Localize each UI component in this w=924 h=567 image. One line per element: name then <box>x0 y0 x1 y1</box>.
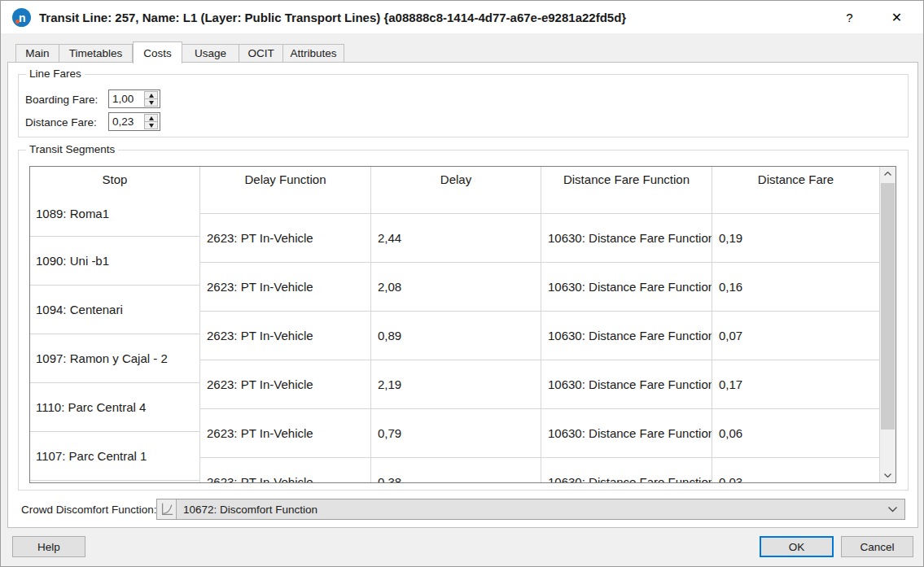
table-header-row: Delay Function Delay Distance Fare Funct… <box>200 167 880 214</box>
distance-fare-input[interactable] <box>109 113 143 130</box>
line-fares-group-title: Line Fares <box>26 68 85 80</box>
column-header-delay-function: Delay Function <box>200 167 371 213</box>
distance-fare-label: Distance Fare: <box>25 116 97 129</box>
crowd-discomfort-row: Crowd Discomfort Function: 10672: Discom… <box>8 499 919 521</box>
boarding-fare-down-icon[interactable] <box>144 99 158 107</box>
table-row[interactable]: 2623: PT In-Vehicle 0,38 10630: Distance… <box>200 458 880 482</box>
crowd-discomfort-label: Crowd Discomfort Function: <box>21 504 157 516</box>
function-curve-icon <box>157 499 177 519</box>
help-button[interactable]: Help <box>12 536 85 557</box>
distance-fare-cell[interactable]: 0,19 <box>712 214 880 263</box>
chevron-down-icon <box>888 507 897 512</box>
tab-timetables[interactable]: Timetables <box>59 44 133 63</box>
distance-fare-function-cell[interactable]: 10630: Distance Fare Function <box>541 360 712 409</box>
table-row[interactable]: 2623: PT In-Vehicle 0,89 10630: Distance… <box>200 312 880 360</box>
stop-cell[interactable]: 1089: Roma1 <box>30 191 199 237</box>
cancel-button[interactable]: Cancel <box>841 536 913 557</box>
scrollbar-track[interactable] <box>880 181 896 469</box>
boarding-fare-spinbox[interactable] <box>108 89 160 108</box>
column-header-delay: Delay <box>371 167 541 213</box>
distance-fare-cell[interactable]: 0,06 <box>712 409 880 458</box>
distance-fare-spinbox[interactable] <box>108 112 160 131</box>
delay-function-cell[interactable]: 2623: PT In-Vehicle <box>200 360 371 409</box>
distance-fare-function-cell[interactable]: 10630: Distance Fare Function <box>541 409 712 458</box>
ok-button[interactable]: OK <box>760 536 834 557</box>
tab-main[interactable]: Main <box>15 44 59 63</box>
distance-fare-cell[interactable]: 0,16 <box>712 263 880 312</box>
app-logo-icon: n <box>12 8 31 27</box>
window-title: Transit Line: 257, Name: L1 (Layer: Publ… <box>39 11 626 24</box>
crowd-discomfort-combobox[interactable]: 10672: Discomfort Function <box>156 499 905 520</box>
stop-cell[interactable]: 1110: Parc Central 4 <box>30 383 199 432</box>
close-icon[interactable]: ✕ <box>878 1 915 33</box>
delay-cell[interactable]: 2,19 <box>371 360 541 409</box>
distance-fare-up-icon[interactable] <box>144 114 158 122</box>
delay-function-cell[interactable]: 2623: PT In-Vehicle <box>200 214 371 263</box>
stop-cell[interactable]: 1094: Centenari <box>30 286 199 334</box>
boarding-fare-input[interactable] <box>109 90 143 107</box>
column-header-distance-fare: Distance Fare <box>712 167 880 213</box>
distance-fare-function-cell[interactable]: 10630: Distance Fare Function <box>541 214 712 263</box>
boarding-fare-up-icon[interactable] <box>144 91 158 99</box>
stop-cell[interactable]: 1090: Uni -b1 <box>30 237 199 286</box>
column-header-distance-fare-function: Distance Fare Function <box>541 167 712 213</box>
help-icon[interactable]: ? <box>831 1 868 33</box>
distance-fare-cell[interactable]: 0,17 <box>712 360 880 409</box>
distance-fare-cell[interactable]: 0,07 <box>712 312 880 360</box>
tab-costs[interactable]: Costs <box>133 41 182 63</box>
tab-ocit[interactable]: OCIT <box>239 44 283 63</box>
scroll-up-icon[interactable] <box>880 167 896 181</box>
scroll-down-icon[interactable] <box>880 469 896 482</box>
crowd-discomfort-value: 10672: Discomfort Function <box>183 504 888 516</box>
table-row[interactable]: 2623: PT In-Vehicle 2,44 10630: Distance… <box>200 214 880 263</box>
delay-function-cell[interactable]: 2623: PT In-Vehicle <box>200 458 371 482</box>
transit-line-dialog: n Transit Line: 257, Name: L1 (Layer: Pu… <box>0 0 924 567</box>
delay-function-cell[interactable]: 2623: PT In-Vehicle <box>200 312 371 360</box>
distance-fare-function-cell[interactable]: 10630: Distance Fare Function <box>541 312 712 360</box>
segment-columns: Delay Function Delay Distance Fare Funct… <box>200 167 880 482</box>
distance-fare-function-cell[interactable]: 10630: Distance Fare Function <box>541 458 712 482</box>
delay-function-cell[interactable]: 2623: PT In-Vehicle <box>200 263 371 312</box>
vertical-scrollbar[interactable] <box>880 167 896 482</box>
scrollbar-thumb[interactable] <box>881 183 895 430</box>
delay-cell[interactable]: 2,44 <box>371 214 541 263</box>
tab-usage[interactable]: Usage <box>182 44 239 63</box>
distance-fare-cell[interactable]: 0,03 <box>712 458 880 482</box>
stop-column: Stop 1089: Roma1 1090: Uni -b1 1094: Cen… <box>30 167 200 482</box>
transit-segments-group: Transit Segments Stop 1089: Roma1 1090: … <box>18 150 909 491</box>
delay-cell[interactable]: 0,38 <box>371 458 541 482</box>
delay-cell[interactable]: 0,89 <box>371 312 541 360</box>
boarding-fare-label: Boarding Fare: <box>25 94 98 106</box>
tab-attributes[interactable]: Attributes <box>283 44 344 63</box>
title-bar: n Transit Line: 257, Name: L1 (Layer: Pu… <box>1 1 923 33</box>
table-row[interactable]: 2623: PT In-Vehicle 2,19 10630: Distance… <box>200 360 880 409</box>
delay-cell[interactable]: 2,08 <box>371 263 541 312</box>
delay-function-cell[interactable]: 2623: PT In-Vehicle <box>200 409 371 458</box>
table-row[interactable]: 2623: PT In-Vehicle 0,79 10630: Distance… <box>200 409 880 458</box>
distance-fare-down-icon[interactable] <box>144 122 158 129</box>
stop-cell[interactable]: 1107: Parc Central 1 <box>30 432 199 481</box>
costs-tab-pane: Line Fares Boarding Fare: Distance Fare: <box>7 62 918 528</box>
table-row[interactable]: 2623: PT In-Vehicle 2,08 10630: Distance… <box>200 263 880 312</box>
distance-fare-function-cell[interactable]: 10630: Distance Fare Function <box>541 263 712 312</box>
line-fares-group: Line Fares Boarding Fare: Distance Fare: <box>18 74 909 137</box>
delay-cell[interactable]: 0,79 <box>371 409 541 458</box>
transit-segments-table: Stop 1089: Roma1 1090: Uni -b1 1094: Cen… <box>29 166 896 483</box>
stop-cell[interactable]: 1097: Ramon y Cajal - 2 <box>30 334 199 383</box>
tab-bar: Main Timetables Costs Usage OCIT Attribu… <box>15 41 344 63</box>
column-header-stop: Stop <box>30 167 199 191</box>
transit-segments-group-title: Transit Segments <box>26 143 118 155</box>
